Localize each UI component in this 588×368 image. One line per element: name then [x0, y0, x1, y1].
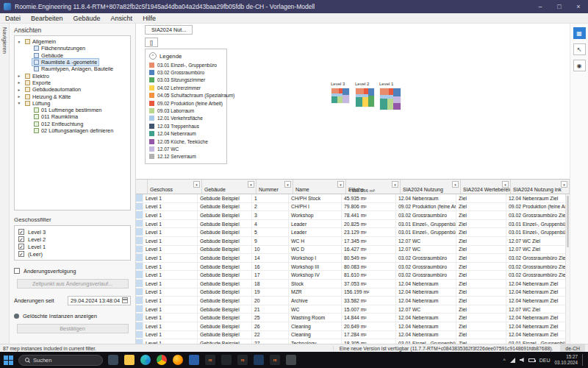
checkbox-checked-icon[interactable]: ✓	[18, 236, 24, 242]
menu-item[interactable]: Hilfe	[137, 13, 161, 23]
table-row[interactable]: Level 1 Gebäude Beispiel 5 Leader 23.129…	[136, 228, 570, 237]
taskbar-app-icon[interactable]	[173, 355, 183, 365]
row-selector[interactable]	[136, 263, 143, 271]
network-icon[interactable]	[510, 358, 515, 363]
menu-item[interactable]: Bearbeiten	[26, 13, 68, 23]
table-row[interactable]: Level 1 Gebäude Beispiel 14 Workshop I 8…	[136, 254, 570, 263]
filter-dropdown-icon[interactable]: ▾	[337, 181, 344, 188]
minimize-button[interactable]: –	[531, 0, 550, 13]
level-filter-item[interactable]: ✓ Level 2	[18, 236, 126, 243]
select-tool-button[interactable]: ↖	[573, 43, 586, 55]
table-row[interactable]: Level 1 Gebäude Beispiel 19 MZR 156.199 …	[136, 289, 570, 297]
taskbar-app-icon[interactable]	[221, 355, 232, 365]
table-row[interactable]: Level 1 Gebäude Beispiel 26 Cleaning 20.…	[136, 322, 570, 331]
tree-item[interactable]: ▾ Allgemein	[15, 38, 130, 45]
update-notice[interactable]: Eine neue Version ist verfügbar (11.7.7-…	[333, 346, 553, 351]
show-desktop-button[interactable]	[582, 354, 584, 366]
row-selector[interactable]	[136, 297, 143, 305]
maximize-button[interactable]: □	[550, 0, 569, 13]
tree-item[interactable]: 012 Entfeuchtung	[15, 121, 130, 127]
tree-item[interactable]: Raumtypen, Anlagen, Bauteile	[15, 66, 130, 72]
close-button[interactable]: ×	[569, 0, 588, 13]
menu-item[interactable]: Ansicht	[106, 13, 138, 23]
floorplan-level-3-image[interactable]	[331, 88, 350, 104]
deleted-instances-row[interactable]: Gelöschte Instanzen anzeigen	[14, 312, 131, 319]
nav-rail-tab[interactable]: Navigieren	[1, 24, 8, 54]
row-selector[interactable]	[136, 314, 143, 322]
tree-item[interactable]: ▸ Exporte	[15, 79, 130, 86]
column-header-gebaeude[interactable]: Gebäude▾	[202, 180, 257, 194]
tree-item[interactable]: 02 Lüftungsanlagen definieren	[15, 127, 130, 134]
filter-dropdown-icon[interactable]: ▾	[561, 181, 567, 188]
taskbar-app-icon[interactable]	[189, 355, 199, 365]
collapse-icon[interactable]: ^	[149, 52, 157, 60]
tree-item[interactable]: Raumliste & -geometrie	[15, 59, 130, 66]
taskbar-search[interactable]: Suchen	[18, 355, 103, 366]
row-selector[interactable]	[136, 211, 143, 219]
taskbar-app-icon[interactable]	[157, 355, 167, 365]
row-selector[interactable]	[136, 228, 143, 236]
taskbar-app-icon[interactable]: rx	[270, 355, 280, 365]
tree-item[interactable]: ▸ Gebäudeautomation	[15, 86, 130, 93]
floorplan-level-2[interactable]: Level 2	[355, 82, 375, 107]
changes-since-field[interactable]: 29.04.2024 13:48:04	[68, 296, 131, 305]
table-row[interactable]: Level 1 Gebäude Beispiel 2 CH/PH I 79.80…	[136, 203, 570, 212]
tree-expander-icon[interactable]: ▸	[16, 74, 22, 78]
filter-dropdown-icon[interactable]: ▾	[502, 181, 509, 188]
table-row[interactable]: Level 1 Gebäude Beispiel 18 Stock 37.053…	[136, 280, 570, 289]
selection-tool-button[interactable]: []	[145, 38, 158, 47]
tray-chevron-icon[interactable]: ^	[503, 358, 505, 363]
model-view-button[interactable]: ▦	[573, 27, 586, 39]
battery-icon[interactable]	[528, 358, 535, 362]
tree-item[interactable]: 01 Luftmenge bestimmen	[15, 107, 130, 113]
tree-item[interactable]: ▸ Elektro	[15, 72, 130, 79]
taskbar-app-icon[interactable]	[108, 355, 118, 365]
column-header-flaeche[interactable]: Fläche4'535.266 m²▾	[346, 180, 401, 194]
column-header-wertebereich[interactable]: SIA2024 Wertebereich▾	[461, 180, 511, 194]
filter-dropdown-icon[interactable]: ▾	[452, 181, 459, 188]
floorplan-level-3[interactable]: Level 3	[331, 82, 350, 104]
table-row[interactable]: Level 1 Gebäude Beispiel 17 Workshop IV …	[136, 271, 570, 280]
table-row[interactable]: Level 1 Gebäude Beispiel 3 Workshop 78.4…	[136, 211, 570, 220]
column-header-nutzung-ziel[interactable]: SIA2024 Nutzung ink▾	[511, 180, 570, 194]
scrollbar-thumb[interactable]	[567, 196, 569, 247]
row-selector[interactable]	[136, 331, 143, 339]
column-header-name[interactable]: Name▾	[293, 180, 346, 194]
table-row[interactable]: Level 1 Gebäude Beispiel 9 WC H 17.345 m…	[136, 237, 570, 246]
tree-item[interactable]: Gebäude	[15, 52, 130, 59]
taskbar-app-icon[interactable]: rx	[205, 355, 215, 365]
checkbox-checked-icon[interactable]: ✓	[18, 251, 24, 257]
column-header-nutzung[interactable]: SIA2024 Nutzung▾	[401, 180, 461, 194]
tree-item[interactable]: ▸ Heizung & Kälte	[15, 93, 130, 99]
clock[interactable]: 15:27 03.10.2024	[554, 354, 578, 366]
calendar-icon[interactable]	[122, 297, 128, 303]
row-selector[interactable]	[136, 220, 143, 228]
row-selector[interactable]	[136, 322, 143, 330]
column-header-geschoss[interactable]: Geschoss▾	[148, 180, 202, 194]
table-row[interactable]: Level 1 Gebäude Beispiel 16 Workshop III…	[136, 263, 570, 272]
taskbar-app-icon[interactable]	[254, 355, 264, 365]
row-selector[interactable]	[136, 305, 143, 314]
row-selector[interactable]	[136, 271, 143, 279]
taskbar-app-icon[interactable]	[286, 355, 296, 365]
table-row[interactable]: Level 1 Gebäude Beispiel 20 Archive 33.5…	[136, 297, 570, 305]
table-row[interactable]: Level 1 Gebäude Beispiel 4 Leader 20.825…	[136, 220, 570, 229]
checkbox-checked-icon[interactable]: ✓	[18, 244, 24, 250]
row-selector[interactable]	[136, 289, 143, 297]
filter-dropdown-icon[interactable]: ▾	[392, 181, 398, 188]
timeline-button[interactable]: Zeitpunkt aus Änderungsverlauf...	[17, 279, 129, 289]
row-selector[interactable]	[136, 237, 143, 245]
taskbar-app-icon[interactable]	[124, 355, 135, 365]
floorplan-level-1[interactable]: Level 1	[379, 82, 401, 110]
confirm-button[interactable]: Bestätigen	[17, 324, 129, 333]
change-tracking-row[interactable]: Änderungsverfolgung	[14, 267, 131, 275]
filter-dropdown-icon[interactable]: ▾	[248, 181, 254, 188]
table-row[interactable]: Level 1 Gebäude Beispiel 10 WC D 16.427 …	[136, 246, 570, 255]
menu-item[interactable]: Gebäude	[68, 13, 106, 23]
tree-expander-icon[interactable]: ▸	[16, 88, 22, 92]
table-row[interactable]: Level 1 Gebäude Beispiel 25 Washing Room…	[136, 314, 570, 322]
table-row[interactable]: Level 1 Gebäude Beispiel 1 CH/PH Stock 4…	[136, 194, 570, 203]
tree-item[interactable]: Flächennutzungen	[15, 45, 130, 52]
row-selector[interactable]	[136, 246, 143, 254]
row-selector[interactable]	[136, 203, 143, 211]
